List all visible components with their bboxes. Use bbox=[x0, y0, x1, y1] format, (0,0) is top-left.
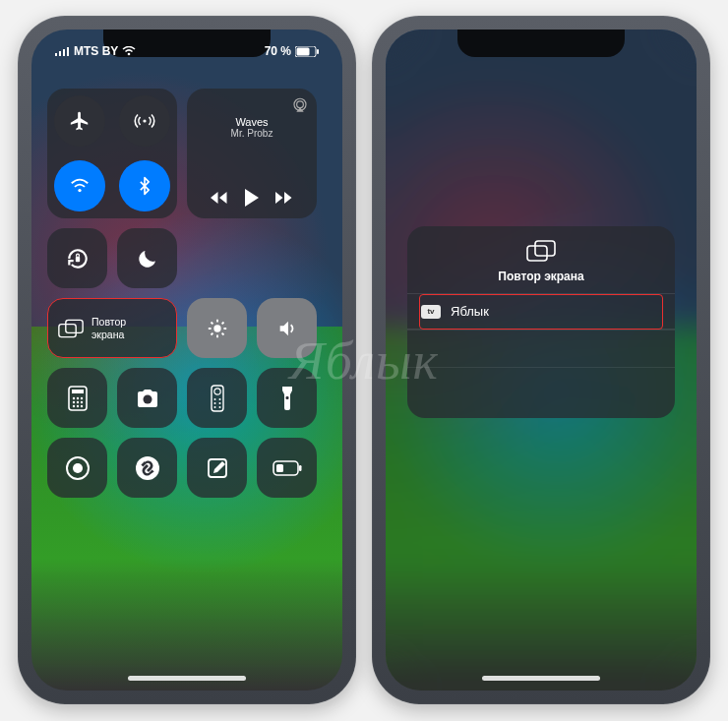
svg-point-38 bbox=[213, 398, 215, 400]
notes-button[interactable] bbox=[187, 438, 247, 498]
carrier-label: MTS BY bbox=[74, 44, 118, 58]
svg-line-23 bbox=[221, 322, 223, 324]
svg-point-8 bbox=[143, 119, 146, 122]
svg-rect-50 bbox=[299, 465, 302, 471]
cellular-data-toggle[interactable] bbox=[119, 95, 170, 147]
svg-rect-7 bbox=[317, 49, 319, 54]
svg-point-31 bbox=[80, 400, 82, 402]
screen-left: MTS BY 70 % bbox=[31, 30, 342, 691]
screen-mirroring-icon bbox=[58, 319, 84, 338]
svg-rect-52 bbox=[527, 246, 547, 261]
cellular-bars-icon bbox=[55, 46, 70, 56]
screen-right: Повтор экрана tv Яблык bbox=[386, 30, 697, 691]
media-title: Waves bbox=[231, 116, 273, 128]
airplay-icon[interactable] bbox=[291, 96, 309, 114]
orientation-lock-toggle[interactable] bbox=[47, 228, 107, 288]
home-indicator[interactable] bbox=[482, 676, 600, 681]
notch bbox=[457, 30, 625, 57]
svg-line-20 bbox=[211, 322, 212, 324]
list-item bbox=[407, 367, 675, 404]
forward-button[interactable] bbox=[275, 191, 293, 205]
list-item bbox=[407, 330, 675, 367]
screen-record-button[interactable] bbox=[47, 438, 107, 498]
svg-rect-51 bbox=[276, 464, 283, 472]
svg-point-28 bbox=[80, 396, 82, 398]
screen-mirroring-label-1: Повтор bbox=[91, 316, 126, 328]
svg-point-30 bbox=[76, 400, 78, 402]
low-power-mode-button[interactable] bbox=[257, 438, 317, 498]
screen-mirroring-modal: Повтор экрана tv Яблык bbox=[407, 226, 675, 418]
svg-point-26 bbox=[72, 396, 74, 398]
svg-point-35 bbox=[143, 394, 152, 403]
svg-line-22 bbox=[211, 332, 212, 334]
svg-point-41 bbox=[218, 402, 220, 404]
shazam-button[interactable] bbox=[117, 438, 177, 498]
svg-point-11 bbox=[297, 101, 304, 108]
svg-rect-2 bbox=[63, 49, 65, 56]
flashlight-button[interactable] bbox=[257, 368, 317, 428]
svg-point-47 bbox=[136, 456, 159, 480]
svg-point-9 bbox=[78, 189, 81, 192]
screen-mirroring-icon bbox=[526, 240, 556, 262]
svg-line-21 bbox=[221, 332, 223, 334]
battery-icon bbox=[295, 46, 319, 57]
screen-mirroring-button[interactable]: Повтор экрана bbox=[47, 298, 177, 358]
play-button[interactable] bbox=[244, 189, 260, 207]
camera-button[interactable] bbox=[117, 368, 177, 428]
calculator-button[interactable] bbox=[47, 368, 107, 428]
highlight-box bbox=[419, 294, 663, 330]
bluetooth-toggle[interactable] bbox=[119, 160, 170, 211]
wifi-icon bbox=[122, 46, 136, 56]
svg-point-27 bbox=[76, 396, 78, 398]
svg-rect-53 bbox=[535, 241, 555, 256]
svg-point-33 bbox=[76, 404, 78, 406]
svg-rect-25 bbox=[72, 390, 84, 393]
apple-tv-remote-button[interactable] bbox=[187, 368, 247, 428]
svg-point-15 bbox=[213, 325, 220, 331]
svg-rect-1 bbox=[59, 51, 61, 56]
rewind-button[interactable] bbox=[211, 191, 228, 205]
svg-rect-44 bbox=[285, 396, 288, 399]
svg-rect-6 bbox=[297, 47, 310, 55]
svg-point-37 bbox=[213, 388, 219, 393]
phone-frame-right: Повтор экрана tv Яблык bbox=[372, 16, 710, 704]
svg-point-34 bbox=[80, 404, 82, 406]
volume-slider[interactable] bbox=[257, 298, 317, 358]
media-module[interactable]: Waves Mr. Probz bbox=[187, 89, 317, 218]
svg-rect-13 bbox=[59, 324, 76, 336]
status-bar: MTS BY 70 % bbox=[31, 39, 342, 63]
svg-point-43 bbox=[218, 406, 220, 408]
connectivity-module[interactable] bbox=[47, 89, 177, 218]
media-artist: Mr. Probz bbox=[231, 128, 273, 139]
svg-point-4 bbox=[128, 53, 131, 56]
airplane-mode-toggle[interactable] bbox=[54, 95, 105, 147]
svg-rect-12 bbox=[75, 256, 79, 261]
phone-frame-left: MTS BY 70 % bbox=[18, 16, 356, 704]
wifi-toggle[interactable] bbox=[54, 160, 105, 211]
brightness-slider[interactable] bbox=[187, 298, 247, 358]
svg-point-40 bbox=[213, 402, 215, 404]
svg-point-29 bbox=[72, 400, 74, 402]
svg-rect-14 bbox=[66, 320, 83, 332]
svg-point-42 bbox=[213, 406, 215, 408]
svg-rect-3 bbox=[67, 47, 69, 56]
screen-mirroring-title: Повтор экрана bbox=[498, 270, 583, 283]
svg-rect-36 bbox=[212, 386, 223, 411]
svg-point-46 bbox=[73, 463, 83, 473]
battery-percent: 70 % bbox=[265, 44, 291, 58]
svg-point-39 bbox=[218, 398, 220, 400]
do-not-disturb-toggle[interactable] bbox=[117, 228, 177, 288]
screen-mirroring-label-2: экрана bbox=[91, 329, 126, 340]
svg-point-32 bbox=[72, 404, 74, 406]
home-indicator[interactable] bbox=[128, 676, 246, 681]
svg-rect-0 bbox=[55, 53, 57, 56]
